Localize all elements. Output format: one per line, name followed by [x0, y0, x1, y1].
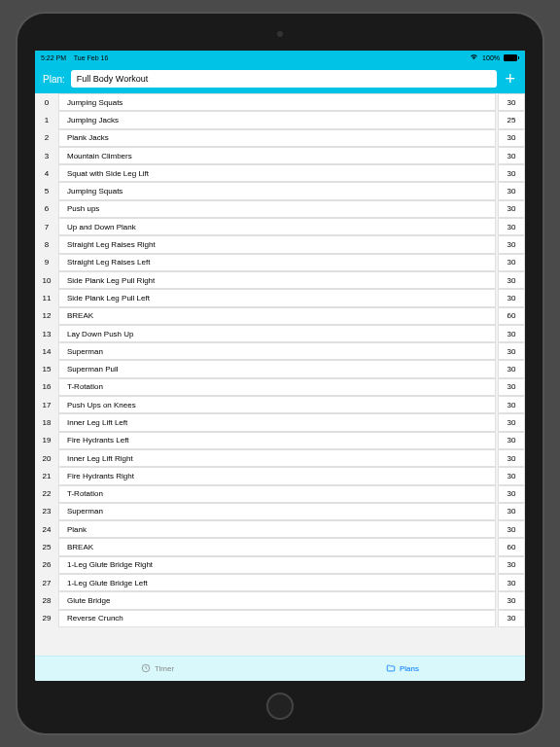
- exercise-name-cell[interactable]: Superman: [58, 503, 496, 520]
- exercise-name-cell[interactable]: Jumping Squats: [58, 182, 496, 199]
- exercise-duration-cell[interactable]: 30: [498, 610, 525, 627]
- exercise-duration-cell[interactable]: 30: [498, 360, 525, 377]
- exercise-duration-cell[interactable]: 30: [498, 467, 525, 484]
- exercise-row[interactable]: 10Side Plank Leg Pull Right30: [35, 271, 525, 289]
- exercise-row[interactable]: 18Inner Leg Lift Left30: [35, 413, 525, 431]
- exercise-duration-cell[interactable]: 30: [498, 574, 525, 591]
- exercise-name-cell[interactable]: Superman: [58, 342, 496, 360]
- exercise-row[interactable]: 17Push Ups on Knees30: [35, 396, 525, 413]
- exercise-row[interactable]: 13Lay Down Push Up30: [35, 325, 525, 342]
- exercise-duration-cell[interactable]: 30: [498, 271, 525, 289]
- exercise-name-cell[interactable]: Jumping Jacks: [58, 111, 496, 128]
- exercise-row[interactable]: 261-Leg Glute Bridge Right30: [35, 556, 525, 574]
- exercise-row[interactable]: 22T-Rotation30: [35, 485, 525, 503]
- exercise-name-cell[interactable]: Reverse Crunch: [58, 610, 496, 627]
- exercise-row[interactable]: 25BREAK60: [35, 538, 525, 555]
- exercise-name-cell[interactable]: Superman Pull: [58, 360, 496, 377]
- exercise-row[interactable]: 19Fire Hydrants Left30: [35, 432, 525, 449]
- exercise-row[interactable]: 2Plank Jacks30: [35, 129, 525, 147]
- exercise-name-cell[interactable]: Push ups: [58, 200, 496, 218]
- exercise-name-cell[interactable]: Side Plank Leg Pull Right: [58, 271, 496, 289]
- exercise-row[interactable]: 28Glute Bridge30: [35, 591, 525, 609]
- row-index: 27: [35, 579, 58, 587]
- exercise-list[interactable]: 0Jumping Squats301Jumping Jacks252Plank …: [35, 93, 525, 656]
- exercise-name-cell[interactable]: Fire Hydrants Left: [58, 432, 496, 449]
- exercise-duration-cell[interactable]: 25: [498, 111, 525, 128]
- exercise-name-cell[interactable]: Straight Leg Raises Left: [58, 254, 496, 271]
- exercise-duration-cell[interactable]: 30: [498, 93, 525, 111]
- row-index: 12: [35, 311, 58, 320]
- exercise-name-cell[interactable]: Glute Bridge: [58, 591, 496, 609]
- exercise-row[interactable]: 1Jumping Jacks25: [35, 111, 525, 128]
- exercise-duration-cell[interactable]: 30: [498, 520, 525, 538]
- exercise-row[interactable]: 20Inner Leg Lift Right30: [35, 449, 525, 467]
- exercise-row[interactable]: 29Reverse Crunch30: [35, 610, 525, 627]
- exercise-row[interactable]: 11Side Plank Leg Pull Left30: [35, 289, 525, 306]
- exercise-duration-cell[interactable]: 30: [498, 449, 525, 467]
- exercise-name-cell[interactable]: Mountain Climbers: [58, 147, 496, 164]
- row-index: 10: [35, 276, 58, 285]
- exercise-duration-cell[interactable]: 30: [498, 147, 525, 164]
- exercise-row[interactable]: 5Jumping Squats30: [35, 182, 525, 199]
- exercise-duration-cell[interactable]: 30: [498, 254, 525, 271]
- exercise-duration-cell[interactable]: 60: [498, 538, 525, 555]
- exercise-duration-cell[interactable]: 30: [498, 164, 525, 182]
- exercise-name-cell[interactable]: BREAK: [58, 307, 496, 325]
- exercise-duration-cell[interactable]: 60: [498, 307, 525, 325]
- exercise-row[interactable]: 14Superman30: [35, 342, 525, 360]
- exercise-name-cell[interactable]: Fire Hydrants Right: [58, 467, 496, 484]
- exercise-duration-cell[interactable]: 30: [498, 325, 525, 342]
- exercise-duration-cell[interactable]: 30: [498, 235, 525, 253]
- exercise-name-cell[interactable]: Lay Down Push Up: [58, 325, 496, 342]
- plan-label: Plan:: [43, 74, 65, 85]
- exercise-name-cell[interactable]: Straight Leg Raises Right: [58, 235, 496, 253]
- tab-timer[interactable]: Timer: [35, 657, 280, 681]
- exercise-row[interactable]: 8Straight Leg Raises Right30: [35, 235, 525, 253]
- exercise-duration-cell[interactable]: 30: [498, 413, 525, 431]
- exercise-duration-cell[interactable]: 30: [498, 200, 525, 218]
- exercise-name-cell[interactable]: Inner Leg Lift Left: [58, 413, 496, 431]
- exercise-duration-cell[interactable]: 30: [498, 432, 525, 449]
- tab-plans[interactable]: Plans: [280, 657, 525, 681]
- exercise-name-cell[interactable]: Inner Leg Lift Right: [58, 449, 496, 467]
- exercise-name-cell[interactable]: Squat with Side Leg Lift: [58, 164, 496, 182]
- exercise-name-cell[interactable]: Plank: [58, 520, 496, 538]
- exercise-row[interactable]: 12BREAK60: [35, 307, 525, 325]
- exercise-row[interactable]: 3Mountain Climbers30: [35, 147, 525, 164]
- exercise-row[interactable]: 4Squat with Side Leg Lift30: [35, 164, 525, 182]
- exercise-name-cell[interactable]: Jumping Squats: [58, 93, 496, 111]
- exercise-row[interactable]: 7Up and Down Plank30: [35, 218, 525, 235]
- exercise-name-cell[interactable]: Up and Down Plank: [58, 218, 496, 235]
- exercise-duration-cell[interactable]: 30: [498, 485, 525, 503]
- exercise-row[interactable]: 21Fire Hydrants Right30: [35, 467, 525, 484]
- exercise-row[interactable]: 9Straight Leg Raises Left30: [35, 254, 525, 271]
- exercise-name-cell[interactable]: BREAK: [58, 538, 496, 555]
- exercise-row[interactable]: 23Superman30: [35, 503, 525, 520]
- home-button[interactable]: [266, 693, 294, 720]
- exercise-name-cell[interactable]: Side Plank Leg Pull Left: [58, 289, 496, 306]
- exercise-row[interactable]: 6Push ups30: [35, 200, 525, 218]
- exercise-name-cell[interactable]: 1-Leg Glute Bridge Left: [58, 574, 496, 591]
- exercise-row[interactable]: 16T-Rotation30: [35, 378, 525, 396]
- exercise-row[interactable]: 24Plank30: [35, 520, 525, 538]
- exercise-duration-cell[interactable]: 30: [498, 503, 525, 520]
- exercise-duration-cell[interactable]: 30: [498, 378, 525, 396]
- exercise-duration-cell[interactable]: 30: [498, 218, 525, 235]
- exercise-duration-cell[interactable]: 30: [498, 182, 525, 199]
- exercise-duration-cell[interactable]: 30: [498, 289, 525, 306]
- exercise-name-cell[interactable]: Push Ups on Knees: [58, 396, 496, 413]
- exercise-name-cell[interactable]: 1-Leg Glute Bridge Right: [58, 556, 496, 574]
- exercise-name-cell[interactable]: T-Rotation: [58, 485, 496, 503]
- exercise-row[interactable]: 0Jumping Squats30: [35, 93, 525, 111]
- exercise-row[interactable]: 271-Leg Glute Bridge Left30: [35, 574, 525, 591]
- plan-name-input[interactable]: [71, 70, 498, 88]
- exercise-duration-cell[interactable]: 30: [498, 591, 525, 609]
- exercise-duration-cell[interactable]: 30: [498, 556, 525, 574]
- exercise-row[interactable]: 15Superman Pull30: [35, 360, 525, 377]
- add-button[interactable]: +: [503, 70, 517, 88]
- exercise-duration-cell[interactable]: 30: [498, 129, 525, 147]
- exercise-duration-cell[interactable]: 30: [498, 342, 525, 360]
- exercise-duration-cell[interactable]: 30: [498, 396, 525, 413]
- exercise-name-cell[interactable]: T-Rotation: [58, 378, 496, 396]
- exercise-name-cell[interactable]: Plank Jacks: [58, 129, 496, 147]
